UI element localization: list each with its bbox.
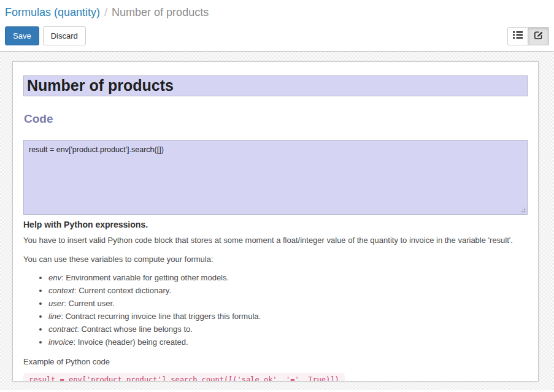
variable-desc: : Invoice (header) being created. [73, 337, 188, 347]
content-background: Code result = env['product.product'].sea… [0, 52, 554, 390]
breadcrumb: Formulas (quantity)/Number of products [5, 4, 549, 26]
breadcrumb-separator: / [104, 6, 107, 18]
section-title-code: Code [24, 112, 528, 126]
variable-desc: : Contract recurring invoice line that t… [61, 312, 261, 321]
variables-list: env: Environment variable for getting ot… [23, 273, 528, 347]
variable-item: invoice: Invoice (header) being created. [48, 337, 528, 347]
variable-name: env [48, 273, 61, 282]
code-field: result = env['product.product'].search([… [23, 140, 528, 215]
edit-icon [534, 30, 544, 42]
save-button[interactable]: Save [5, 26, 39, 45]
variable-name: user [48, 299, 64, 308]
top-bar: Formulas (quantity)/Number of products S… [0, 0, 554, 52]
help-heading: Help with Python expressions. [23, 220, 528, 229]
breadcrumb-link-formulas[interactable]: Formulas (quantity) [5, 6, 100, 18]
help-intro: You have to insert valid Python code blo… [23, 236, 528, 245]
breadcrumb-current: Number of products [112, 6, 209, 18]
variable-name: line [48, 312, 61, 321]
example-label: Example of Python code [23, 357, 528, 366]
view-switcher [507, 27, 549, 45]
variable-name: context [48, 286, 74, 295]
list-icon [513, 31, 523, 41]
variable-desc: : Contract whose line belongs to. [77, 325, 193, 334]
variable-desc: : Current context dictionary. [74, 286, 171, 295]
variable-item: user: Current user. [48, 299, 528, 308]
help-section: Help with Python expressions. You have t… [23, 220, 528, 382]
form-view-button[interactable] [528, 27, 549, 45]
code-textarea[interactable]: result = env['product.product'].search([… [23, 140, 528, 215]
form-sheet: Code result = env['product.product'].sea… [12, 61, 539, 382]
variable-desc: : Current user. [64, 299, 114, 308]
help-vars-intro: You can use these variables to compute y… [23, 255, 528, 264]
title-input[interactable] [23, 75, 528, 96]
variable-item: contract: Contract whose line belongs to… [48, 325, 528, 334]
list-view-button[interactable] [507, 27, 528, 45]
variable-item: line: Contract recurring invoice line th… [48, 312, 528, 321]
variable-item: context: Current context dictionary. [48, 286, 528, 295]
variable-name: contract [48, 325, 77, 334]
discard-button[interactable]: Discard [43, 26, 86, 45]
example-code: result = env['product.product'].search_c… [23, 373, 345, 382]
variable-name: invoice [48, 337, 73, 347]
variable-item: env: Environment variable for getting ot… [48, 273, 528, 282]
variable-desc: : Environment variable for getting other… [61, 273, 229, 282]
toolbar: Save Discard [5, 26, 549, 45]
